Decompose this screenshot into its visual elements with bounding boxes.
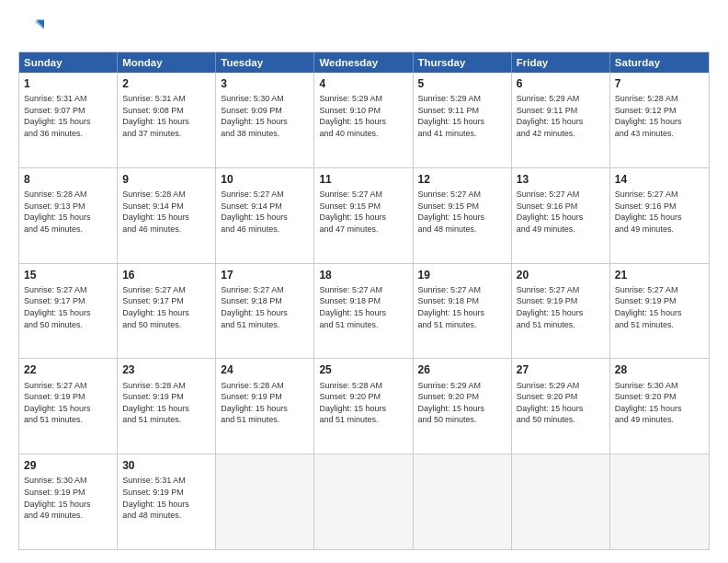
- cal-cell-27: 27Sunrise: 5:29 AMSunset: 9:20 PMDayligh…: [512, 359, 610, 454]
- header-day-monday: Monday: [118, 52, 216, 73]
- cal-cell-7: 7Sunrise: 5:28 AMSunset: 9:12 PMDaylight…: [610, 73, 709, 167]
- logo: [18, 17, 48, 42]
- header: [18, 17, 710, 42]
- cal-cell-11: 11Sunrise: 5:27 AMSunset: 9:15 PMDayligh…: [314, 168, 413, 263]
- cal-cell-9: 9Sunrise: 5:28 AMSunset: 9:14 PMDaylight…: [118, 168, 216, 263]
- calendar-row-4: 29Sunrise: 5:30 AMSunset: 9:19 PMDayligh…: [19, 454, 709, 549]
- cal-cell-17: 17Sunrise: 5:27 AMSunset: 9:18 PMDayligh…: [216, 264, 314, 359]
- logo-icon: [18, 17, 44, 42]
- calendar-header: SundayMondayTuesdayWednesdayThursdayFrid…: [19, 52, 709, 73]
- cal-cell-empty-4-4: [414, 454, 512, 549]
- svg-marker-1: [35, 21, 45, 29]
- cal-cell-4: 4Sunrise: 5:29 AMSunset: 9:10 PMDaylight…: [314, 73, 413, 167]
- header-day-thursday: Thursday: [414, 52, 512, 73]
- cal-cell-2: 2Sunrise: 5:31 AMSunset: 9:08 PMDaylight…: [118, 73, 216, 167]
- header-day-wednesday: Wednesday: [314, 52, 413, 73]
- cal-cell-12: 12Sunrise: 5:27 AMSunset: 9:15 PMDayligh…: [414, 168, 512, 263]
- cal-cell-empty-4-3: [314, 454, 413, 549]
- cal-cell-6: 6Sunrise: 5:29 AMSunset: 9:11 PMDaylight…: [512, 73, 610, 167]
- cal-cell-3: 3Sunrise: 5:30 AMSunset: 9:09 PMDaylight…: [216, 73, 314, 167]
- cal-cell-13: 13Sunrise: 5:27 AMSunset: 9:16 PMDayligh…: [512, 168, 610, 263]
- calendar: SundayMondayTuesdayWednesdayThursdayFrid…: [18, 52, 710, 550]
- cal-cell-empty-4-6: [610, 454, 709, 549]
- header-day-tuesday: Tuesday: [216, 52, 314, 73]
- cal-cell-10: 10Sunrise: 5:27 AMSunset: 9:14 PMDayligh…: [216, 168, 314, 263]
- header-day-sunday: Sunday: [19, 52, 118, 73]
- cal-cell-14: 14Sunrise: 5:27 AMSunset: 9:16 PMDayligh…: [610, 168, 709, 263]
- header-day-saturday: Saturday: [610, 52, 709, 73]
- calendar-row-0: 1Sunrise: 5:31 AMSunset: 9:07 PMDaylight…: [19, 73, 709, 167]
- calendar-row-1: 8Sunrise: 5:28 AMSunset: 9:13 PMDaylight…: [19, 167, 709, 263]
- cal-cell-empty-4-2: [216, 454, 314, 549]
- cal-cell-30: 30Sunrise: 5:31 AMSunset: 9:19 PMDayligh…: [118, 454, 216, 549]
- cal-cell-23: 23Sunrise: 5:28 AMSunset: 9:19 PMDayligh…: [118, 359, 216, 454]
- calendar-body: 1Sunrise: 5:31 AMSunset: 9:07 PMDaylight…: [19, 73, 709, 549]
- cal-cell-21: 21Sunrise: 5:27 AMSunset: 9:19 PMDayligh…: [610, 264, 709, 359]
- cal-cell-29: 29Sunrise: 5:30 AMSunset: 9:19 PMDayligh…: [19, 454, 118, 549]
- cal-cell-19: 19Sunrise: 5:27 AMSunset: 9:18 PMDayligh…: [414, 264, 512, 359]
- cal-cell-28: 28Sunrise: 5:30 AMSunset: 9:20 PMDayligh…: [610, 359, 709, 454]
- cal-cell-empty-4-5: [512, 454, 610, 549]
- header-day-friday: Friday: [512, 52, 610, 73]
- cal-cell-5: 5Sunrise: 5:29 AMSunset: 9:11 PMDaylight…: [414, 73, 512, 167]
- cal-cell-1: 1Sunrise: 5:31 AMSunset: 9:07 PMDaylight…: [19, 73, 118, 167]
- cal-cell-26: 26Sunrise: 5:29 AMSunset: 9:20 PMDayligh…: [414, 359, 512, 454]
- calendar-row-2: 15Sunrise: 5:27 AMSunset: 9:17 PMDayligh…: [19, 263, 709, 359]
- cal-cell-24: 24Sunrise: 5:28 AMSunset: 9:19 PMDayligh…: [216, 359, 314, 454]
- cal-cell-22: 22Sunrise: 5:27 AMSunset: 9:19 PMDayligh…: [19, 359, 118, 454]
- cal-cell-16: 16Sunrise: 5:27 AMSunset: 9:17 PMDayligh…: [118, 264, 216, 359]
- cal-cell-8: 8Sunrise: 5:28 AMSunset: 9:13 PMDaylight…: [19, 168, 118, 263]
- cal-cell-18: 18Sunrise: 5:27 AMSunset: 9:18 PMDayligh…: [314, 264, 413, 359]
- page: SundayMondayTuesdayWednesdayThursdayFrid…: [0, 0, 728, 563]
- cal-cell-20: 20Sunrise: 5:27 AMSunset: 9:19 PMDayligh…: [512, 264, 610, 359]
- cal-cell-15: 15Sunrise: 5:27 AMSunset: 9:17 PMDayligh…: [19, 264, 118, 359]
- cal-cell-25: 25Sunrise: 5:28 AMSunset: 9:20 PMDayligh…: [314, 359, 413, 454]
- calendar-row-3: 22Sunrise: 5:27 AMSunset: 9:19 PMDayligh…: [19, 358, 709, 454]
